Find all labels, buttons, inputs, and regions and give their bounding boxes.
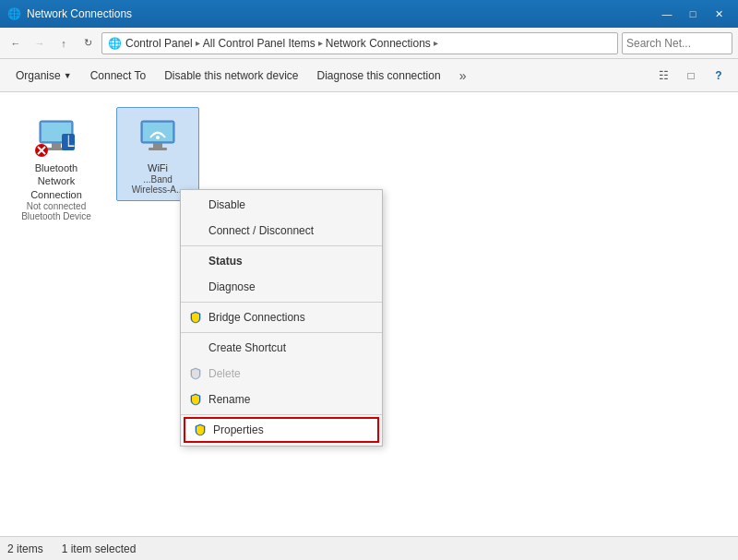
- diagnose-connection-label: Diagnose this connection: [317, 69, 441, 82]
- path-icon: 🌐: [108, 37, 122, 50]
- close-button[interactable]: ✕: [707, 5, 731, 23]
- disable-device-label: Disable this network device: [164, 69, 298, 82]
- ctx-rename[interactable]: Rename: [181, 387, 382, 412]
- minimize-button[interactable]: —: [655, 5, 679, 23]
- refresh-button[interactable]: ↻: [77, 33, 98, 54]
- bluetooth-conn-status: Not connected: [27, 201, 87, 211]
- ctx-delete[interactable]: Delete: [181, 361, 382, 387]
- organise-button[interactable]: Organise ▼: [7, 63, 80, 89]
- show-preview-button[interactable]: □: [679, 64, 703, 88]
- path-control-panel: Control Panel: [125, 37, 193, 50]
- wifi-network-icon: [136, 113, 180, 158]
- diagnose-connection-button[interactable]: Diagnose this connection: [309, 63, 449, 89]
- wifi-conn-name: WiFi: [148, 161, 168, 174]
- svg-text:⎿: ⎿: [63, 135, 75, 149]
- ctx-create-shortcut[interactable]: Create Shortcut: [181, 335, 382, 361]
- ctx-disable[interactable]: Disable: [181, 192, 382, 218]
- path-sep-3: ▸: [434, 38, 438, 48]
- ctx-delete-label: Delete: [208, 367, 241, 380]
- forward-button[interactable]: →: [30, 33, 50, 54]
- bridge-shield-icon: [188, 310, 203, 325]
- item-count: 2 items: [7, 542, 43, 555]
- maximize-button[interactable]: □: [681, 5, 705, 23]
- ctx-bridge-connections-label: Bridge Connections: [208, 311, 305, 324]
- svg-point-11: [156, 136, 160, 139]
- more-label: »: [459, 68, 467, 83]
- ctx-sep-1: [181, 245, 382, 246]
- path-all-items: All Control Panel Items: [203, 37, 315, 50]
- rename-shield-icon: [188, 392, 203, 407]
- search-box[interactable]: 🔍: [622, 32, 732, 54]
- bluetooth-conn-type: Bluetooth Device: [21, 211, 91, 221]
- path-network-connections: Network Connections: [326, 37, 431, 50]
- bluetooth-connection-item[interactable]: ⎿ Bluetooth Network Connection Not conne…: [15, 107, 98, 228]
- diagnose-spacer-icon: [188, 280, 203, 294]
- toolbar-right: ☷ □ ?: [651, 64, 731, 88]
- context-menu: Disable Connect / Disconnect Status Diag…: [180, 189, 383, 447]
- ctx-status-label: Status: [208, 255, 243, 268]
- organise-dropdown-icon: ▼: [64, 71, 72, 80]
- selected-count: 1 item selected: [62, 542, 137, 555]
- connect-spacer-icon: [188, 223, 203, 238]
- toolbar: Organise ▼ Connect To Disable this netwo…: [0, 59, 738, 92]
- wifi-icon-wrap: [136, 113, 180, 158]
- path-sep-1: ▸: [196, 38, 200, 48]
- ctx-properties[interactable]: Properties: [184, 417, 379, 443]
- ctx-sep-4: [181, 414, 382, 415]
- status-spacer-icon: [188, 254, 203, 268]
- ctx-connect-disconnect[interactable]: Connect / Disconnect: [181, 218, 382, 244]
- delete-shield-icon: [188, 366, 203, 381]
- ctx-properties-label: Properties: [213, 423, 264, 436]
- disable-spacer-icon: [188, 197, 203, 212]
- title-bar-title: Network Connections: [27, 7, 655, 20]
- create-shortcut-spacer-icon: [188, 340, 203, 355]
- title-bar: 🌐 Network Connections — □ ✕: [0, 0, 738, 28]
- ctx-connect-disconnect-label: Connect / Disconnect: [208, 224, 314, 237]
- address-path[interactable]: 🌐 Control Panel ▸ All Control Panel Item…: [101, 32, 618, 54]
- ctx-disable-label: Disable: [208, 198, 245, 211]
- ctx-diagnose-label: Diagnose: [208, 280, 256, 293]
- help-button[interactable]: ?: [707, 64, 731, 88]
- svg-rect-13: [149, 148, 167, 150]
- path-sep-2: ▸: [318, 38, 323, 48]
- back-button[interactable]: ←: [6, 33, 26, 54]
- ctx-sep-3: [181, 332, 382, 333]
- organise-label: Organise: [16, 69, 61, 82]
- ctx-rename-label: Rename: [208, 393, 250, 406]
- wifi-connection-item[interactable]: WiFi ...Band Wireless-A...: [116, 107, 199, 201]
- status-bar: 2 items 1 item selected: [0, 536, 738, 560]
- ctx-status[interactable]: Status: [181, 248, 382, 274]
- main-content: ⎿ Bluetooth Network Connection Not conne…: [0, 92, 738, 536]
- bluetooth-conn-name: Bluetooth Network Connection: [21, 161, 91, 201]
- connect-to-button[interactable]: Connect To: [82, 63, 155, 89]
- more-button[interactable]: »: [451, 63, 475, 89]
- search-input[interactable]: [626, 37, 738, 50]
- properties-shield-icon: [193, 423, 208, 437]
- ctx-bridge-connections[interactable]: Bridge Connections: [181, 304, 382, 330]
- ctx-diagnose[interactable]: Diagnose: [181, 274, 382, 300]
- view-options-button[interactable]: ☷: [651, 64, 675, 88]
- up-button[interactable]: ↑: [54, 33, 74, 54]
- bluetooth-icon-wrap: ⎿: [34, 113, 78, 158]
- connect-to-label: Connect To: [90, 69, 147, 82]
- title-bar-icon: 🌐: [7, 7, 21, 20]
- ctx-sep-2: [181, 302, 382, 303]
- title-bar-controls: — □ ✕: [655, 5, 731, 23]
- disable-device-button[interactable]: Disable this network device: [156, 63, 306, 89]
- ctx-create-shortcut-label: Create Shortcut: [208, 341, 286, 354]
- address-bar: ← → ↑ ↻ 🌐 Control Panel ▸ All Control Pa…: [0, 28, 738, 59]
- error-badge-icon: [34, 143, 49, 158]
